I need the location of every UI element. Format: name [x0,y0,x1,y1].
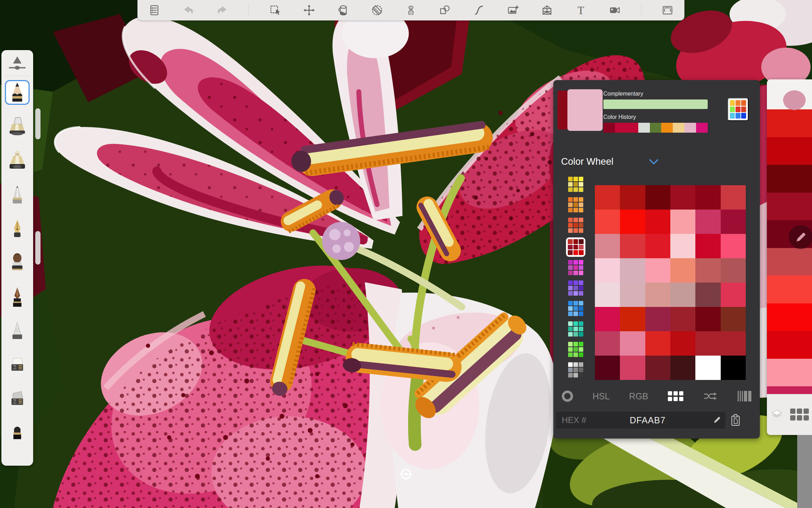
layer-list-button[interactable] [147,2,162,18]
color-swatch[interactable] [721,258,746,283]
color-swatch[interactable] [645,331,670,356]
color-swatch[interactable] [721,331,746,356]
color-swatch[interactable] [620,258,645,283]
ruler-button[interactable] [369,2,385,18]
color-swatch[interactable] [573,182,578,187]
color-swatch[interactable] [670,356,695,380]
color-swatch[interactable] [730,113,735,119]
color-swatch[interactable] [568,280,573,285]
color-swatch[interactable] [595,185,620,210]
import-image-button[interactable] [505,2,521,18]
palette-library-button[interactable] [727,98,749,121]
current-color-secondary[interactable] [567,89,603,131]
hex-edit-button[interactable] [709,415,725,425]
color-swatch[interactable] [579,208,583,212]
color-swatch[interactable] [568,177,573,181]
color-swatch[interactable] [579,362,583,367]
color-swatch[interactable] [579,352,583,357]
color-swatch[interactable] [695,210,720,234]
color-swatch[interactable] [767,109,812,137]
color-swatch[interactable] [721,283,746,307]
color-swatch[interactable] [568,368,573,372]
color-swatch[interactable] [695,307,720,331]
randomize-mode-button[interactable] [701,389,720,403]
color-swatch[interactable] [573,342,578,346]
color-swatch[interactable] [595,210,620,234]
color-swatch[interactable] [568,342,573,346]
color-swatch[interactable] [721,234,746,258]
color-swatch[interactable] [579,286,583,290]
color-swatch[interactable] [620,185,645,210]
palette-purple[interactable] [567,280,584,296]
color-swatch[interactable] [573,239,578,244]
layers-button[interactable] [770,408,784,422]
text-button[interactable]: T [573,2,589,18]
color-swatch[interactable] [673,123,684,133]
color-swatch[interactable] [670,331,695,356]
color-swatch[interactable] [568,321,573,326]
color-swatch[interactable] [573,265,578,270]
color-swatch[interactable] [579,250,584,255]
color-swatch[interactable] [568,332,573,337]
color-swatch[interactable] [767,248,812,276]
color-swatch[interactable] [573,208,578,212]
color-swatch[interactable] [695,234,720,258]
palette-dark-red[interactable] [566,237,585,257]
color-swatch[interactable] [627,123,638,133]
color-swatch[interactable] [579,280,583,285]
wheel-mode-button[interactable] [560,389,575,403]
tool-dark-marker[interactable] [5,422,30,447]
tool-ballpoint-pen[interactable] [5,183,30,207]
hex-field[interactable]: HEX # DFAAB7 [556,412,725,429]
hsl-mode-button[interactable]: HSL [590,390,612,403]
swatch-grid-mode-button[interactable] [666,390,685,403]
color-swatch[interactable] [741,107,746,112]
color-swatch[interactable] [767,193,812,220]
color-swatch[interactable] [645,356,670,380]
color-swatch[interactable] [579,223,583,228]
color-swatch[interactable] [573,250,578,255]
color-swatch[interactable] [579,271,583,275]
symmetry-button[interactable] [403,2,419,18]
color-swatch[interactable] [568,245,573,250]
tool-smudge[interactable] [5,320,30,344]
color-swatch[interactable] [568,197,573,202]
color-swatch[interactable] [767,331,812,359]
redo-button[interactable] [215,2,230,18]
color-swatch[interactable] [645,283,670,307]
color-swatch[interactable] [579,291,583,296]
color-swatch[interactable] [568,250,573,255]
tool-paint-sprayer[interactable] [5,149,30,173]
tool-airbrush[interactable] [5,114,30,139]
tool-eraser-hard[interactable] [5,354,30,379]
color-swatch[interactable] [595,307,620,331]
color-swatch[interactable] [695,283,720,307]
color-swatch[interactable] [568,306,573,311]
color-swatch[interactable] [573,202,578,207]
color-swatch[interactable] [670,234,695,258]
palette-green[interactable] [567,341,584,358]
color-swatch[interactable] [595,234,620,258]
color-swatch[interactable] [568,362,573,367]
color-swatch[interactable] [661,123,673,133]
chevron-down-icon[interactable] [648,157,660,168]
current-color-primary[interactable] [558,91,567,129]
swatch-library-button[interactable] [789,408,810,421]
color-swatch[interactable] [670,307,695,331]
color-swatch[interactable] [730,100,735,106]
color-swatch[interactable] [579,342,583,346]
transform-button[interactable] [301,2,317,18]
palette-yellow[interactable] [567,176,584,193]
color-swatch[interactable] [670,210,695,234]
color-swatch[interactable] [579,265,583,270]
color-swatch[interactable] [568,286,573,290]
color-swatch[interactable] [579,301,583,306]
palette-orange[interactable] [567,196,584,213]
color-swatch[interactable] [568,347,573,352]
color-swatch[interactable] [579,239,584,244]
color-swatch[interactable] [615,123,627,133]
color-swatch[interactable] [568,218,573,222]
complementary-swatch[interactable] [603,99,708,109]
color-swatch[interactable] [573,218,578,222]
color-swatch[interactable] [579,187,583,192]
